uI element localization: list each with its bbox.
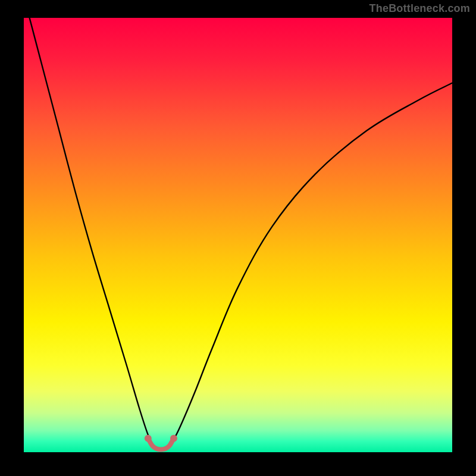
plot-area [24,18,452,452]
bottleneck-curve [24,18,452,450]
curve-layer [24,18,452,452]
trough-marker [145,435,152,442]
trough-marker [170,435,177,442]
chart-container: TheBottleneck.com [0,0,476,476]
watermark-text: TheBottleneck.com [369,2,470,15]
trough-markers [145,435,177,442]
trough-arc [148,439,174,450]
